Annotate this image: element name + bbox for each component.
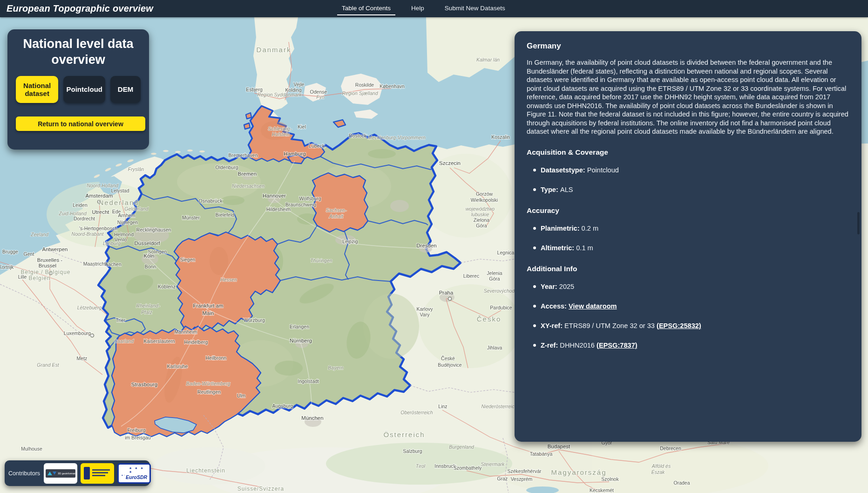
map-label: Szolnok [601, 476, 619, 482]
map-label: Innsbruck [434, 463, 456, 469]
map-label: Anhalt [329, 213, 344, 219]
nav-help[interactable]: Help [410, 3, 425, 14]
map-label: Alföld és [651, 463, 671, 469]
map-label: Szombathely [454, 465, 482, 471]
dutch-government-logo[interactable] [81, 463, 114, 484]
map-label: Dordrecht [74, 216, 95, 221]
map-label: Mannheim [174, 329, 197, 335]
map-label: Saarland [114, 338, 134, 344]
map-label: Burgenland [449, 444, 475, 450]
map-label: Magyarország [551, 468, 606, 476]
map-label: Luxembourg [64, 330, 91, 336]
map-label: Gorzów [476, 191, 493, 197]
map-label: Ulm [237, 393, 246, 398]
map-label: Gelderland [124, 206, 149, 212]
link-epsg-7837[interactable]: (EPSG:7837) [597, 342, 637, 349]
map-label: 's-Hertogenbosch [79, 226, 117, 231]
section-list: Year: 2025Access: View dataroomXY-ref: E… [527, 282, 849, 350]
map-label: Antwerpen [42, 246, 68, 252]
nav-submit-new-datasets[interactable]: Submit New Datasets [444, 3, 506, 14]
map-label: Sachsen- [326, 207, 347, 213]
map-label: Oldenburg [215, 164, 238, 170]
map-label: Salzburg [403, 448, 422, 454]
link-view-dataroom[interactable]: View dataroom [569, 302, 617, 310]
map-label: Pfalz [141, 309, 152, 315]
map-label: Nijmegen [117, 219, 138, 225]
map-label: Belgie / Belgique [20, 269, 70, 275]
map-label: Tirol [416, 463, 426, 469]
map-label: Góra [476, 223, 487, 228]
map-label: Region Sjælland [342, 90, 378, 96]
info-bullet-access: Access: View dataroom [541, 302, 849, 311]
map-label: Region Syddanmark [257, 92, 302, 97]
3d-geoinformation-logo[interactable]: 3D geoinformation [44, 463, 77, 484]
section-list: Planimetric: 0.2 mAltimetric: 0.1 m [527, 224, 849, 253]
map-label: Wolfsburg [299, 196, 321, 201]
map-label: Siegen [180, 257, 196, 262]
3d-geoinformation-strip: 3D geoinformation [46, 469, 75, 478]
map-label: Osnabrück [199, 198, 223, 204]
map-label: Veszprém [511, 476, 533, 482]
bullet-label: Z-ref: [541, 342, 560, 349]
dem-button[interactable]: DEM [110, 76, 141, 103]
map-label: Zeeland [30, 232, 49, 237]
info-bullet-year: Year: 2025 [541, 282, 849, 291]
map-label: Arnhem [118, 212, 136, 218]
map-label: Roskilde [355, 82, 374, 88]
map-label: Bielefeld [216, 212, 234, 218]
map-label: Aachen [105, 261, 122, 267]
map-label: Pardubice [490, 305, 512, 310]
stars-icon: ★ ★ ★ ★ [129, 466, 149, 474]
info-bullet-planimetric: Planimetric: 0.2 m [541, 224, 849, 233]
map-label: Mulhouse [21, 446, 42, 452]
city-marker-icon [91, 334, 94, 337]
map-label: Lëtzebuerg [77, 305, 102, 310]
map-label: Severovýchod [484, 288, 515, 294]
return-to-national-overview-button[interactable]: Return to national overview [16, 116, 145, 131]
map-label: Budapest [548, 444, 570, 449]
map-label: Lille [18, 274, 27, 280]
scrollbar-thumb[interactable] [857, 212, 860, 234]
triangle-icon [47, 472, 52, 475]
map-label: Würzburg [244, 317, 265, 323]
bullet-label: XY-ref: [541, 322, 564, 329]
map-label: Kiel [298, 124, 306, 130]
map-label: Liechtenstein [186, 467, 225, 474]
country-description: In Germany, the availability of point cl… [527, 58, 849, 136]
map-label: Heilbronn [206, 355, 227, 361]
map-label: Kortrijk [0, 264, 14, 270]
pointcloud-button[interactable]: Pointcloud [63, 76, 105, 103]
map-label: Amsterdam [86, 193, 113, 199]
state-sachsen-anhalt [312, 173, 368, 232]
map-label: Oradea [673, 480, 690, 486]
map-label: Debrecen [660, 445, 681, 451]
map-label: Steiermark [481, 461, 505, 467]
map-label: Freiburg [127, 427, 145, 433]
section-heading-accuracy: Accuracy [527, 206, 849, 215]
bullet-label: Altimetric: [541, 244, 576, 252]
map-label: Rheinland- [136, 303, 160, 308]
map-label: Trier [115, 317, 126, 323]
map-label: Hamburg [284, 151, 305, 157]
stars-icon: • · [122, 473, 125, 477]
map-label: Gent [24, 251, 34, 257]
info-bullet-altimetric: Altimetric: 0.1 m [541, 244, 849, 253]
map-label: Legnica [497, 250, 515, 255]
map-label: Bruxelles - [37, 257, 62, 263]
map-label: Karlovy [416, 306, 433, 312]
panel-title: National level data overview [16, 36, 141, 68]
map-label: Mecklenburg-Vorpommern [368, 135, 426, 140]
map-label: Noord-Brabant [72, 231, 104, 237]
link-epsg-25832[interactable]: (EPSG:25832) [657, 322, 701, 329]
map-label: München [301, 415, 323, 421]
nav-table-of-contents[interactable]: Table of Contents [341, 3, 392, 14]
map-label: Praha [439, 290, 454, 295]
map-label: Vary [420, 312, 430, 317]
map-label: Suisse/Svizzera [237, 486, 284, 492]
header-nav: Table of ContentsHelpSubmit New Datasets [341, 0, 506, 17]
logo-text: 3D geoinformation [58, 472, 77, 475]
national-dataset-button[interactable]: National dataset [16, 76, 58, 103]
map-label: Koszalin [491, 134, 510, 140]
section-heading-additional-info: Additional Info [527, 265, 849, 273]
eurosdr-logo[interactable]: ★ ★ ★ ★ • · EuroSDR [117, 463, 151, 484]
